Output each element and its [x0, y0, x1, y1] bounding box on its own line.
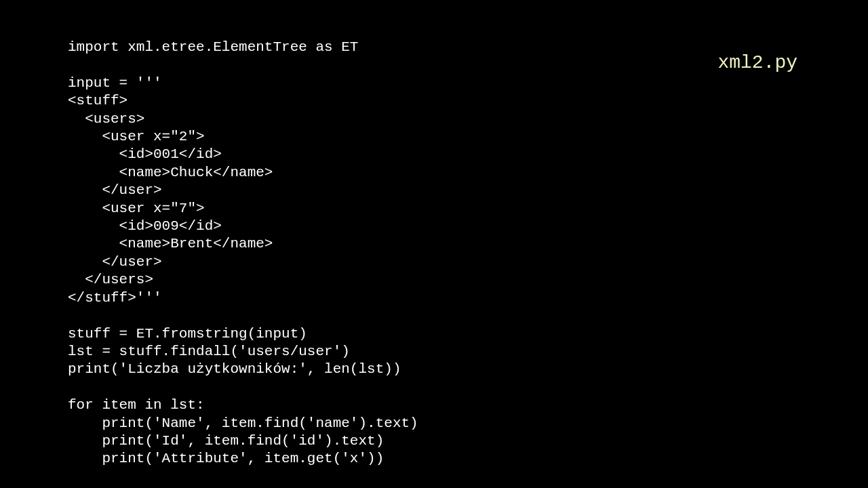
code-content: import xml.etree.ElementTree as ET input…	[68, 39, 418, 468]
filename-label: xml2.py	[717, 54, 797, 72]
